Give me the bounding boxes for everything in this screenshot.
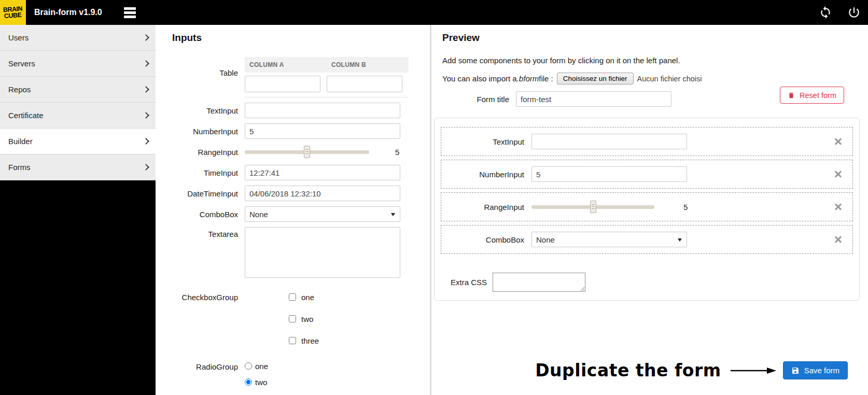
radiogroup-component-row[interactable]: RadioGroup one two [156,361,430,393]
preview-row-numberinput[interactable]: NumberInput [441,160,853,189]
time-input-field[interactable] [245,165,400,180]
timeinput-component-row[interactable]: TimeInput [156,165,430,180]
extra-css-label: Extra CSS [451,278,487,287]
hamburger-bar [124,7,136,10]
checkbox-three[interactable] [289,337,296,344]
inputs-panel-title: Inputs [172,32,430,44]
combobox-component-row[interactable]: ComboBox None [156,206,430,222]
close-icon [836,204,841,209]
sidebar-filler [0,180,156,395]
chevron-right-icon [143,164,149,171]
range-thumb[interactable] [590,201,596,213]
chevron-right-icon [143,34,149,41]
sidebar-item-label: Certificate [8,111,44,120]
preview-row-rangeinput[interactable]: RangeInput 5 [441,192,853,221]
range-thumb-grip [592,204,595,210]
rangeinput-component-row[interactable]: RangeInput 5 [156,144,430,160]
file-upload-button[interactable]: Choisissez un fichier [557,73,634,84]
table-header: COLUMN A COLUMN B [245,57,409,73]
checkbox-one[interactable] [289,293,296,301]
textarea-field[interactable] [245,227,400,278]
radio-one-label: one [255,362,268,371]
range-thumb[interactable] [304,146,310,158]
table-cell-a-input[interactable] [245,76,320,92]
combobox-arrow-icon [391,213,395,216]
datetime-input-field[interactable] [245,186,400,201]
file-upload-status: Aucun fichier choisi [637,75,702,83]
preview-number-input-field[interactable] [531,166,687,182]
textinput-component-row[interactable]: TextInput [156,103,430,118]
preview-combobox-selected-value: None [536,235,555,244]
sidebar-item-servers[interactable]: Servers [0,51,156,77]
logo-text-line2: CUBE [4,12,22,19]
remove-combobox-button[interactable] [834,236,842,244]
sidebar-item-label: Servers [8,59,35,68]
reset-form-label: Reset form [800,91,836,100]
checkbox-two[interactable] [289,315,296,322]
import-instruction: You can also import a .bform file : Choi… [442,73,868,84]
table-cell-b-input[interactable] [327,76,402,92]
textarea-component-row[interactable]: Textarea [156,227,430,280]
preview-row-textinput[interactable]: TextInput [441,127,853,156]
reset-form-button[interactable]: Reset form [780,87,844,104]
datetimeinput-component-row[interactable]: DateTimeInput [156,186,430,201]
close-icon [836,237,841,242]
table-column-b-header: COLUMN B [327,57,409,73]
import-file-extension: .bform [517,74,539,83]
sidebar-item-builder[interactable]: Builder [0,129,156,154]
checkbox-option-one: one [289,290,409,304]
hamburger-menu-icon[interactable] [122,5,138,20]
preview-form-card: TextInput NumberInput RangeInput [434,118,860,301]
number-input-field[interactable] [245,123,400,139]
hamburger-bar [124,11,136,14]
preview-row-combobox[interactable]: ComboBox None [441,225,853,254]
radio-two[interactable] [245,378,252,386]
remove-textinput-button[interactable] [834,138,842,146]
preview-range-slider[interactable] [531,199,654,215]
sidebar-item-certificate[interactable]: Certificate [0,103,156,129]
form-title-input[interactable] [516,91,671,107]
sidebar-item-users[interactable]: Users [0,25,156,51]
form-title-label: Form title [442,95,516,104]
field-label-textinput: TextInput [156,106,245,115]
text-input-field[interactable] [245,103,400,118]
sidebar: Users Servers Repos Certificate Builder … [0,25,156,395]
range-slider[interactable] [245,144,369,160]
chevron-right-icon [143,60,149,67]
sidebar-item-forms[interactable]: Forms [0,154,156,180]
close-icon [836,139,841,144]
preview-text-input-field[interactable] [531,134,687,149]
import-text-prefix: You can also import a [442,74,517,83]
field-label-timeinput: TimeInput [156,168,245,177]
combobox-selected-value: None [249,210,268,219]
braincube-logo[interactable]: BRAIN CUBE [0,0,26,25]
preview-combobox-select[interactable]: None [531,232,687,247]
checkboxgroup-component-row[interactable]: CheckboxGroup one two three [156,290,430,356]
sidebar-item-label: Repos [8,85,31,94]
radio-option-one: one [245,361,409,371]
preview-numberinput-label: NumberInput [441,170,531,179]
import-text-suffix: file : [539,74,553,83]
save-form-button[interactable]: Save form [783,361,848,379]
checkbox-three-label: three [301,336,319,345]
table-component-row[interactable]: Table COLUMN A COLUMN B [156,57,430,97]
field-label-textarea: Textarea [156,227,245,238]
close-icon [836,172,841,176]
remove-numberinput-button[interactable] [834,171,842,178]
field-label-rangeinput: RangeInput [156,148,245,157]
radio-one[interactable] [245,362,252,370]
app-title: Brain-form v1.9.0 [34,8,102,17]
numberinput-component-row[interactable]: NumberInput [156,123,430,139]
chevron-right-icon [143,138,149,145]
preview-combobox-label: ComboBox [441,235,531,244]
refresh-icon[interactable] [819,6,832,19]
sidebar-item-repos[interactable]: Repos [0,77,156,103]
remove-rangeinput-button[interactable] [834,203,842,211]
field-label-table: Table [156,57,245,77]
combobox-select[interactable]: None [245,206,400,222]
power-icon[interactable] [847,6,861,19]
preview-hint: Add some components to your form by clic… [442,56,868,65]
extra-css-textarea[interactable] [493,273,585,292]
extra-css-row: Extra CSS [451,273,859,292]
table-component: COLUMN A COLUMN B [245,57,409,97]
